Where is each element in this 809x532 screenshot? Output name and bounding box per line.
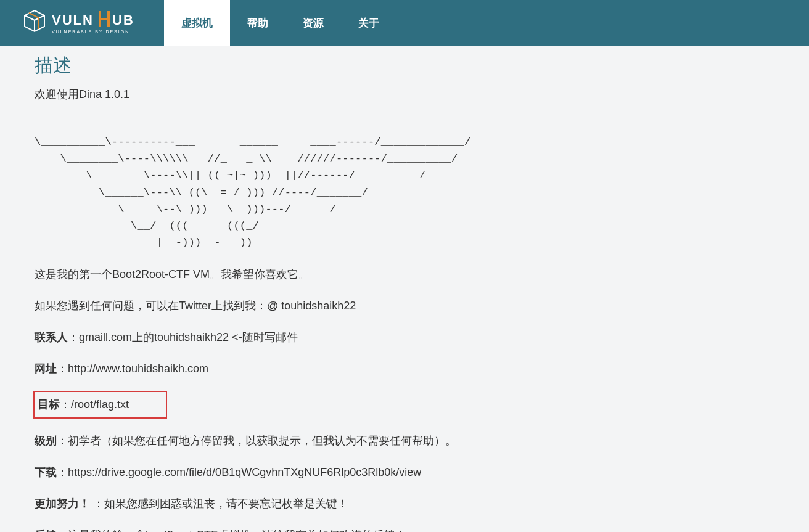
line-download: 下载：https://drive.google.com/file/d/0B1qW… <box>35 464 774 481</box>
value-feedback: ：这是我的第一个boot2root-CTF虚拟机，请给我有关如何改进的反馈！ <box>57 529 406 532</box>
line-level: 级别：初学者（如果您在任何地方停留我，以获取提示，但我认为不需要任何帮助）。 <box>35 432 774 450</box>
svg-rect-4 <box>99 18 110 20</box>
value-url: ：http://www.touhidshaikh.com <box>57 362 208 375</box>
intro-2: 如果您遇到任何问题，可以在Twitter上找到我：@ touhidshaikh2… <box>35 297 774 315</box>
main-content: 描述 欢迎使用Dina 1.0.1 ___________ __________… <box>0 46 809 532</box>
value-target: ：/root/flag.txt <box>60 398 129 411</box>
logo[interactable]: VULN UB VULNERABLE BY DESIGN <box>0 0 164 46</box>
nav-items: 虚拟机 帮助 资源 关于 <box>164 0 396 46</box>
label-tryharder: 更加努力！ <box>35 497 90 510</box>
value-tryharder: ：如果您感到困惑或沮丧，请不要忘记枚举是关键！ <box>90 497 348 510</box>
label-level: 级别 <box>35 435 57 447</box>
label-download: 下载 <box>35 466 57 478</box>
section-title: 描述 <box>35 53 774 78</box>
line-tryharder: 更加努力！ ：如果您感到困惑或沮丧，请不要忘记枚举是关键！ <box>35 495 774 513</box>
top-nav: VULN UB VULNERABLE BY DESIGN 虚拟机 帮助 资源 关… <box>0 0 809 46</box>
logo-svg: VULN UB VULNERABLE BY DESIGN <box>22 7 146 38</box>
line-feedback: 反馈：这是我的第一个boot2root-CTF虚拟机，请给我有关如何改进的反馈！ <box>35 526 774 532</box>
nav-item-resources[interactable]: 资源 <box>285 0 341 46</box>
intro-1: 这是我的第一个Boot2Root-CTF VM。我希望你喜欢它。 <box>35 266 774 284</box>
label-feedback: 反馈 <box>35 529 57 532</box>
line-target: 目标：/root/flag.txt <box>35 391 774 419</box>
label-url: 网址 <box>35 362 57 375</box>
line-contact: 联系人：gmaill.com上的touhidshaikh22 <-随时写邮件 <box>35 329 774 346</box>
logo-text-main: VULN <box>52 12 94 28</box>
label-contact: 联系人 <box>35 331 68 343</box>
label-target: 目标 <box>38 398 60 411</box>
ascii-art: ___________ _____________ \__________\--… <box>35 117 774 252</box>
value-contact: ：gmaill.com上的touhidshaikh22 <-随时写邮件 <box>68 331 298 343</box>
highlight-box: 目标：/root/flag.txt <box>33 391 167 419</box>
nav-item-help[interactable]: 帮助 <box>230 0 285 46</box>
logo-tagline: VULNERABLE BY DESIGN <box>52 30 129 34</box>
line-url: 网址：http://www.touhidshaikh.com <box>35 360 774 378</box>
value-level: ：初学者（如果您在任何地方停留我，以获取提示，但我认为不需要任何帮助）。 <box>57 435 456 447</box>
value-download: ：https://drive.google.com/file/d/0B1qWCg… <box>57 466 421 478</box>
welcome-text: 欢迎使用Dina 1.0.1 <box>35 86 774 104</box>
logo-text-ub: UB <box>112 12 134 28</box>
nav-item-vms[interactable]: 虚拟机 <box>164 0 230 46</box>
nav-item-about[interactable]: 关于 <box>341 0 396 46</box>
